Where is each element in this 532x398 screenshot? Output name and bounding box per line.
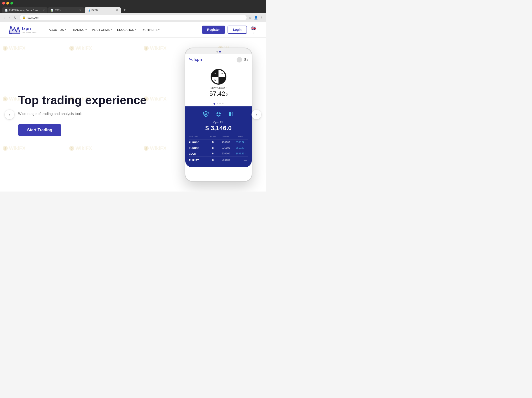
cell-profit-3: $569.22 › (234, 152, 248, 155)
website: fxpn your trading partner ABOUT US ▾ TRA… (0, 22, 266, 191)
nav-partners[interactable]: PARTNERS ▾ (142, 28, 160, 32)
phone-top-bar (185, 48, 252, 54)
traffic-light-green[interactable] (10, 2, 13, 5)
register-button[interactable]: Register (202, 26, 225, 34)
flag-icon: 🇬🇧 (251, 25, 257, 32)
nav-education[interactable]: EDUCATION ▾ (117, 28, 136, 32)
hero-subtitle: Wide range of trading and analysis tools… (18, 112, 166, 116)
browser-tab-1[interactable]: 📄 FXPN Review, Forex Broker&... ✕ (2, 7, 48, 13)
phone-logo-icon (189, 58, 192, 61)
col-amount: Amount (218, 135, 234, 138)
bmw-quadrant-2: M (218, 70, 225, 77)
phone-user-avatar (237, 57, 242, 63)
logo-icon (9, 26, 20, 34)
browser-tab-2[interactable]: 📊 FXPN ✕ (48, 7, 84, 13)
forward-button[interactable]: › (8, 15, 11, 20)
bmw-quadrant-4 (218, 77, 225, 84)
browser-tab-3[interactable]: 📊 FXPN ✕ (85, 7, 121, 13)
svg-marker-1 (9, 26, 20, 34)
cell-instrument-1: EURUSD (189, 141, 207, 144)
address-bar: ‹ › ↻ 🔒 fxpn.com ☆ 👤 ⋮ (0, 13, 266, 22)
trading-icon-3 (227, 110, 235, 118)
open-pl-label: Open P/L (189, 121, 248, 124)
indicator-1 (214, 103, 215, 104)
traffic-light-yellow[interactable] (6, 2, 9, 5)
tab-title-2: FXPN (55, 9, 78, 12)
trading-icon-1 (202, 110, 210, 118)
bookmark-icon[interactable]: ☆ (249, 16, 252, 20)
cell-action-2: B (207, 147, 218, 149)
cell-amount-4: 236'000 (218, 159, 234, 161)
tabs-bar: 📄 FXPN Review, Forex Broker&... ✕ 📊 FXPN… (2, 6, 264, 13)
tabs-overflow-button[interactable]: ⌄ (257, 7, 264, 13)
bmw-logo-inner: B M W (211, 69, 226, 84)
indicator-3 (219, 103, 221, 104)
tab-close-3[interactable]: ✕ (116, 9, 118, 12)
bmw-quadrant-1: B (212, 70, 218, 77)
phone-indicator-dots (216, 51, 221, 52)
nav-links: ABOUT US ▾ TRADING ▾ PLATFORMS ▾ EDUCATI… (49, 28, 195, 32)
phone-inner: fxpn $₊ B M W (185, 54, 252, 181)
tab-close-2[interactable]: ✕ (79, 9, 82, 12)
language-selector[interactable]: 🇬🇧 ▾ (251, 25, 257, 34)
cell-instrument-2: EURUSD (189, 147, 207, 150)
tab-favicon-3: 📊 (87, 9, 90, 12)
traffic-light-red[interactable] (2, 2, 5, 5)
cell-profit-1: $569.22 › (234, 141, 248, 144)
bmw-section: B M W BMW GROUP 57.42 6 (185, 65, 252, 101)
navbar: fxpn your trading partner ABOUT US ▾ TRA… (0, 22, 266, 38)
cell-instrument-4: EURJPY (189, 159, 207, 162)
profile-icon[interactable]: 👤 (254, 16, 258, 20)
phone-header: fxpn $₊ (185, 54, 252, 65)
watermark-1: @ WikiFX (3, 45, 25, 51)
indicator-4 (222, 103, 223, 104)
phone-dot-1 (216, 51, 218, 52)
menu-icon[interactable]: ⋮ (260, 16, 263, 20)
svg-rect-2 (9, 33, 12, 34)
url-text: fxpn.com (27, 16, 244, 19)
nav-platforms[interactable]: PLATFORMS ▾ (92, 28, 112, 32)
language-dropdown-icon: ▾ (253, 32, 254, 34)
tab-close-1[interactable]: ✕ (43, 9, 45, 12)
col-profit: Profit (234, 135, 248, 138)
table-row: EURUSD B 236'000 $569.22 › (189, 139, 248, 145)
open-pl-value: $ 3,146.0 (189, 124, 248, 132)
platforms-dropdown-icon: ▾ (111, 28, 112, 31)
tab-favicon-1: 📄 (5, 9, 8, 12)
watermark-3: @ WikiFX (144, 45, 166, 51)
cell-action-3: B (207, 152, 218, 155)
nav-trading[interactable]: TRADING ▾ (71, 28, 87, 32)
hero-content: Top trading experience Wide range of tra… (0, 79, 184, 150)
bmw-quadrant-3: W (212, 77, 218, 84)
refresh-button[interactable]: ↻ (13, 15, 17, 20)
phone-logo: fxpn (189, 57, 202, 62)
logo-text: fxpn (22, 26, 38, 31)
education-dropdown-icon: ▾ (135, 28, 136, 31)
login-button[interactable]: Login (228, 26, 247, 34)
browser-chrome: 📄 FXPN Review, Forex Broker&... ✕ 📊 FXPN… (0, 0, 266, 13)
partners-dropdown-icon: ▾ (158, 28, 159, 31)
tab-title-1: FXPN Review, Forex Broker&... (9, 9, 41, 12)
trading-icons (189, 110, 248, 118)
start-trading-button[interactable]: Start Trading (18, 124, 61, 136)
cell-action-1: B (207, 141, 218, 144)
bmw-company-name: BMW GROUP (189, 86, 248, 89)
cell-amount-3: 236'000 (218, 152, 234, 155)
traffic-lights (2, 2, 264, 5)
cell-amount-1: 236'000 (218, 141, 234, 144)
cell-profit-4: — (234, 158, 248, 162)
trades-table: Instrument Action Amount Profit EURUSD B… (189, 135, 248, 164)
svg-marker-3 (189, 59, 192, 61)
back-button[interactable]: ‹ (3, 15, 6, 20)
logo[interactable]: fxpn your trading partner (9, 26, 38, 34)
new-tab-button[interactable]: + (121, 6, 128, 13)
carousel-prev-button[interactable]: ‹ (5, 110, 14, 119)
url-bar[interactable]: 🔒 fxpn.com (20, 15, 247, 20)
phone-mockup: fxpn $₊ B M W (184, 47, 253, 182)
cell-action-4: B (207, 159, 218, 161)
indicator-2 (217, 103, 218, 104)
nav-about-us[interactable]: ABOUT US ▾ (49, 28, 66, 32)
cell-amount-2: 236'000 (218, 147, 234, 149)
carousel-next-button[interactable]: › (252, 110, 261, 119)
tab-favicon-2: 📊 (51, 9, 53, 12)
